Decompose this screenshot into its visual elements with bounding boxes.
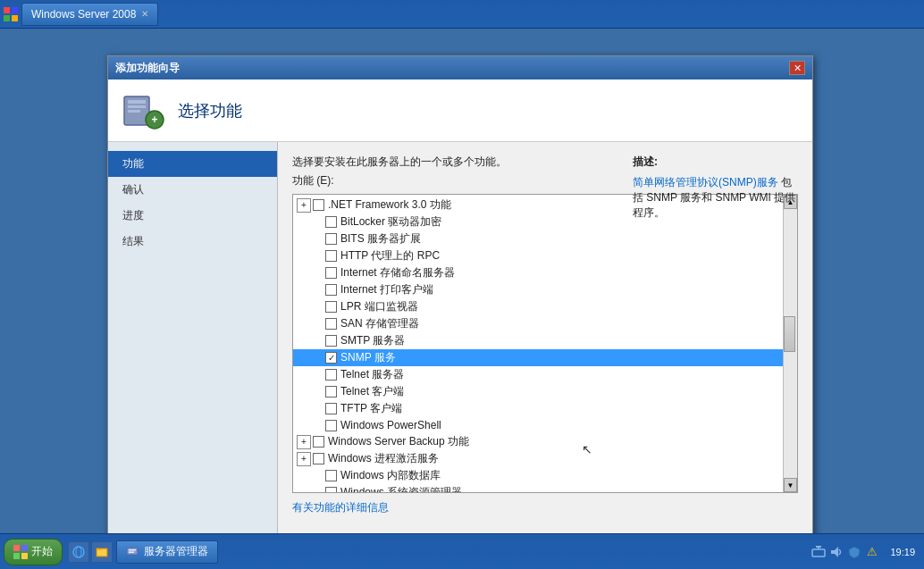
more-info-link[interactable]: 有关功能的详细信息: [292, 500, 798, 515]
nav-item-features[interactable]: 功能: [108, 151, 277, 177]
svg-marker-24: [831, 547, 838, 557]
list-item[interactable]: Internet 存储命名服务器: [293, 264, 783, 281]
server-manager-icon: [126, 546, 139, 558]
svg-rect-3: [12, 15, 18, 21]
tab-close-button[interactable]: ✕: [141, 9, 148, 19]
feature-checkbox[interactable]: [325, 335, 337, 347]
feature-label: Windows 进程激活服务: [328, 451, 783, 466]
feature-label: Windows PowerShell: [340, 419, 783, 431]
feature-checkbox[interactable]: [325, 420, 337, 431]
feature-checkbox[interactable]: [325, 403, 337, 414]
expand-button[interactable]: +: [297, 452, 311, 466]
list-item[interactable]: Telnet 服务器: [293, 366, 783, 383]
list-item[interactable]: SAN 存储管理器: [293, 315, 783, 332]
safety-icon[interactable]: [847, 545, 861, 559]
quick-launch: [68, 541, 113, 563]
list-item[interactable]: + Windows 进程激活服务: [293, 450, 783, 467]
dialog-header-title: 选择功能: [178, 100, 242, 121]
list-item[interactable]: TFTP 客户端: [293, 400, 783, 417]
scrollbar-thumb[interactable]: [784, 316, 795, 352]
explorer-icon[interactable]: [91, 541, 113, 563]
feature-checkbox[interactable]: [325, 267, 337, 279]
list-item-snmp[interactable]: SNMP 服务: [293, 349, 783, 366]
svg-rect-20: [129, 551, 134, 553]
scroll-down-button[interactable]: ▼: [784, 478, 797, 492]
taskbar-right-area: ⚠ 19:19: [811, 545, 920, 559]
nav-item-confirm[interactable]: 确认: [108, 177, 277, 203]
list-item[interactable]: Windows 内部数据库: [293, 467, 783, 484]
alert-icon[interactable]: ⚠: [865, 545, 879, 559]
list-item[interactable]: + Windows Server Backup 功能: [293, 433, 783, 450]
dialog-title: 添加功能向导: [115, 61, 180, 76]
feature-checkbox[interactable]: [325, 301, 337, 313]
feature-checkbox[interactable]: [313, 199, 324, 211]
list-item[interactable]: Windows 系统资源管理器: [293, 484, 783, 492]
list-item[interactable]: Windows PowerShell: [293, 417, 783, 433]
feature-label: Telnet 服务器: [340, 367, 783, 382]
feature-label-snmp: SNMP 服务: [340, 350, 783, 365]
expand-button[interactable]: +: [297, 435, 311, 449]
scrollbar-track[interactable]: [784, 209, 797, 478]
start-label: 开始: [31, 544, 53, 559]
dialog-body: 功能 确认 进度 结果 选择要安装在此服务器上的一个或多个功能。 功能 (E):: [108, 142, 812, 553]
svg-rect-19: [129, 549, 136, 551]
feature-checkbox[interactable]: [325, 470, 337, 481]
list-item[interactable]: BITS 服务器扩展: [293, 230, 783, 247]
feature-checkbox[interactable]: [313, 436, 324, 448]
svg-point-15: [76, 547, 81, 557]
feature-label: Internet 存储命名服务器: [340, 265, 783, 280]
scrollbar[interactable]: ▲ ▼: [783, 195, 797, 492]
description-panel: 描述: 简单网络管理协议(SNMP)服务 包括 SNMP 服务和 SNMP WM…: [633, 155, 798, 220]
feature-checkbox[interactable]: [325, 233, 337, 245]
windows-icon: [4, 7, 18, 21]
dialog-main-content: 选择要安装在此服务器上的一个或多个功能。 功能 (E): + .NET Fram…: [278, 142, 812, 553]
feature-checkbox-snmp[interactable]: [325, 352, 337, 364]
network-icon[interactable]: [811, 545, 826, 559]
svg-rect-0: [4, 7, 10, 13]
feature-label: LPR 端口监视器: [340, 299, 783, 314]
description-title: 描述:: [633, 155, 798, 170]
list-item[interactable]: HTTP 代理上的 RPC: [293, 247, 783, 264]
feature-checkbox[interactable]: [325, 284, 337, 296]
feature-label: HTTP 代理上的 RPC: [340, 248, 783, 264]
feature-list-container: + .NET Framework 3.0 功能 BitLocker 驱动器: [292, 194, 798, 493]
feature-checkbox[interactable]: [313, 453, 324, 464]
svg-rect-2: [4, 15, 10, 21]
add-features-dialog: 添加功能向导 ✕ + 选择功能 功能: [107, 55, 813, 569]
svg-text:+: +: [151, 113, 157, 126]
nav-item-progress[interactable]: 进度: [108, 203, 277, 229]
feature-checkbox[interactable]: [325, 487, 337, 492]
feature-checkbox[interactable]: [325, 386, 337, 397]
feature-list[interactable]: + .NET Framework 3.0 功能 BitLocker 驱动器: [293, 195, 783, 492]
tab-title: Windows Server 2008: [31, 8, 136, 21]
feature-checkbox[interactable]: [325, 250, 337, 262]
feature-checkbox[interactable]: [325, 318, 337, 330]
feature-checkbox[interactable]: [325, 369, 337, 381]
expand-button[interactable]: +: [297, 198, 311, 213]
list-item[interactable]: SMTP 服务器: [293, 332, 783, 349]
description-text: 简单网络管理协议(SNMP)服务 包括 SNMP 服务和 SNMP WMI 提供…: [633, 175, 798, 220]
top-taskbar: Windows Server 2008 ✕: [0, 0, 924, 29]
nav-item-results[interactable]: 结果: [108, 229, 277, 255]
taskbar-item-server-manager[interactable]: 服务器管理器: [116, 540, 218, 564]
start-button[interactable]: 开始: [4, 539, 63, 565]
feature-label: SAN 存储管理器: [340, 316, 783, 331]
svg-rect-12: [13, 553, 20, 559]
list-item[interactable]: Telnet 客户端: [293, 383, 783, 400]
svg-rect-17: [97, 548, 101, 550]
feature-label: BITS 服务器扩展: [340, 231, 783, 247]
feature-checkbox[interactable]: [325, 216, 337, 228]
volume-icon[interactable]: [829, 545, 844, 559]
svg-rect-18: [127, 548, 138, 555]
start-windows-icon: [13, 545, 28, 559]
list-item[interactable]: LPR 端口监视器: [293, 298, 783, 315]
feature-label: Internet 打印客户端: [340, 282, 783, 297]
dialog-header: + 选择功能: [108, 79, 812, 142]
ie-icon[interactable]: [68, 541, 89, 563]
dialog-close-button[interactable]: ✕: [789, 61, 805, 75]
snmp-desc-link[interactable]: 简单网络管理协议(SNMP)服务: [633, 176, 778, 188]
svg-rect-13: [21, 553, 28, 559]
browser-tab[interactable]: Windows Server 2008 ✕: [21, 3, 158, 26]
list-item[interactable]: Internet 打印客户端: [293, 281, 783, 298]
svg-rect-6: [128, 105, 146, 108]
